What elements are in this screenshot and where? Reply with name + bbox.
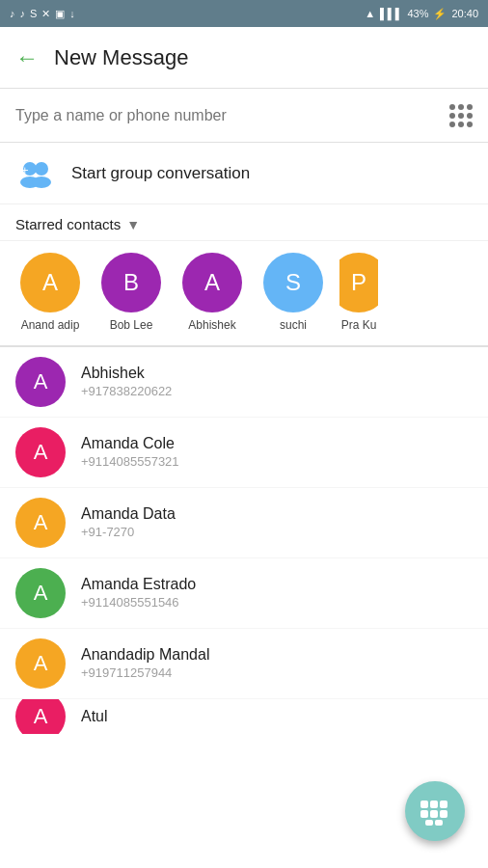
starred-contacts-title: Starred contacts bbox=[15, 216, 121, 232]
svg-rect-8 bbox=[420, 810, 428, 818]
svg-rect-10 bbox=[440, 810, 447, 818]
group-icon: + bbox=[15, 153, 56, 194]
cancel-icon: ✕ bbox=[41, 8, 50, 20]
search-bar bbox=[0, 89, 488, 143]
starred-avatar-anandadip: A bbox=[20, 253, 80, 312]
starred-name-anandadip: Anand adip bbox=[21, 318, 80, 334]
contact-avatar-amanda-estrado: A bbox=[15, 568, 66, 618]
svg-point-3 bbox=[32, 176, 51, 188]
contact-number-amanda-estrado: +9114085551546 bbox=[81, 595, 196, 610]
svg-rect-12 bbox=[435, 820, 443, 826]
music-icon: ♪ bbox=[10, 8, 15, 19]
search-input[interactable] bbox=[15, 107, 449, 124]
battery-icon: ⚡ bbox=[433, 8, 447, 20]
starred-avatar-bob: B bbox=[101, 253, 161, 312]
contact-item-amanda-data[interactable]: A Amanda Data +91-7270 bbox=[0, 488, 488, 558]
image-icon: ▣ bbox=[55, 8, 65, 20]
status-icons: ♪ ♪ S ✕ ▣ ↓ bbox=[10, 8, 75, 20]
starred-name-bob: Bob Lee bbox=[110, 318, 153, 334]
contact-item-anandadip[interactable]: A Anandadip Mandal +919711257944 bbox=[0, 629, 488, 699]
back-button[interactable]: ← bbox=[15, 44, 39, 71]
keypad-button[interactable] bbox=[449, 104, 473, 127]
svg-point-1 bbox=[35, 162, 48, 176]
starred-item-bob[interactable]: B Bob Lee bbox=[96, 253, 166, 334]
svg-rect-9 bbox=[430, 810, 438, 818]
contact-avatar-amanda-data: A bbox=[15, 498, 66, 548]
dropdown-arrow-icon: ▼ bbox=[126, 217, 140, 232]
svg-text:+: + bbox=[21, 163, 29, 177]
starred-avatar-abhishek: A bbox=[182, 253, 242, 312]
group-conversation-label: Start group conversation bbox=[71, 164, 250, 183]
starred-avatar-suchi: S bbox=[263, 253, 323, 312]
svg-rect-5 bbox=[420, 800, 428, 808]
contact-name-anandadip: Anandadip Mandal bbox=[81, 646, 209, 664]
contact-name-amanda-cole: Amanda Cole bbox=[81, 435, 179, 452]
contact-name-amanda-estrado: Amanda Estrado bbox=[81, 576, 196, 593]
svg-rect-7 bbox=[440, 800, 447, 808]
contact-info-amanda-estrado: Amanda Estrado +9114085551546 bbox=[81, 576, 196, 610]
contact-info-amanda-cole: Amanda Cole +9114085557321 bbox=[81, 435, 179, 469]
contact-number-amanda-cole: +9114085557321 bbox=[81, 454, 179, 469]
svg-rect-6 bbox=[430, 800, 438, 808]
contact-info-atul: Atul bbox=[81, 708, 108, 725]
contact-item-abhishek[interactable]: A Abhishek +917838220622 bbox=[0, 347, 488, 418]
contact-number-anandadip: +919711257944 bbox=[81, 665, 209, 680]
svg-rect-11 bbox=[425, 820, 433, 826]
contact-name-abhishek: Abhishek bbox=[81, 365, 172, 382]
clock: 20:40 bbox=[451, 8, 478, 19]
starred-name-abhishek: Abhishek bbox=[188, 318, 235, 334]
signal-icon: ▌▌▌ bbox=[380, 8, 402, 19]
blackberry-logo-icon bbox=[417, 793, 453, 829]
contact-item-amanda-cole[interactable]: A Amanda Cole +9114085557321 bbox=[0, 418, 488, 488]
battery-text: 43% bbox=[407, 8, 428, 19]
music-icon-2: ♪ bbox=[20, 8, 26, 19]
starred-contacts-list: A Anand adip B Bob Lee A Abhishek S such… bbox=[0, 241, 488, 347]
contact-avatar-anandadip: A bbox=[15, 638, 66, 689]
group-conversation-button[interactable]: + Start group conversation bbox=[0, 143, 488, 204]
contact-info-abhishek: Abhishek +917838220622 bbox=[81, 365, 172, 398]
starred-item-anandadip[interactable]: A Anand adip bbox=[15, 253, 85, 334]
contact-avatar-amanda-cole: A bbox=[15, 427, 66, 477]
status-right: ▲ ▌▌▌ 43% ⚡ 20:40 bbox=[365, 8, 478, 20]
status-bar: ♪ ♪ S ✕ ▣ ↓ ▲ ▌▌▌ 43% ⚡ 20:40 bbox=[0, 0, 488, 27]
starred-name-suchi: suchi bbox=[280, 318, 307, 334]
starred-contacts-header[interactable]: Starred contacts ▼ bbox=[0, 204, 488, 241]
starred-item-pra[interactable]: P Pra Ku bbox=[339, 253, 378, 334]
contact-item-amanda-estrado[interactable]: A Amanda Estrado +9114085551546 bbox=[0, 558, 488, 629]
skype-icon: S bbox=[30, 8, 37, 19]
starred-item-abhishek[interactable]: A Abhishek bbox=[177, 253, 247, 334]
contact-name-atul: Atul bbox=[81, 708, 108, 725]
page-title: New Message bbox=[54, 45, 473, 70]
contact-info-anandadip: Anandadip Mandal +919711257944 bbox=[81, 646, 209, 680]
contact-info-amanda-data: Amanda Data +91-7270 bbox=[81, 505, 176, 539]
contact-avatar-abhishek: A bbox=[15, 357, 66, 407]
starred-item-suchi[interactable]: S suchi bbox=[258, 253, 328, 334]
starred-name-pra: Pra Ku bbox=[341, 318, 377, 334]
download-icon: ↓ bbox=[69, 8, 75, 19]
wifi-icon: ▲ bbox=[365, 8, 375, 19]
starred-avatar-pra: P bbox=[339, 253, 378, 312]
contact-number-amanda-data: +91-7270 bbox=[81, 525, 176, 539]
top-bar: ← New Message bbox=[0, 27, 488, 89]
contact-avatar-atul: A bbox=[15, 699, 66, 734]
contact-item-atul[interactable]: A Atul bbox=[0, 699, 488, 734]
fab-blackberry[interactable] bbox=[405, 781, 465, 841]
contact-number-abhishek: +917838220622 bbox=[81, 384, 172, 398]
contact-name-amanda-data: Amanda Data bbox=[81, 505, 176, 523]
